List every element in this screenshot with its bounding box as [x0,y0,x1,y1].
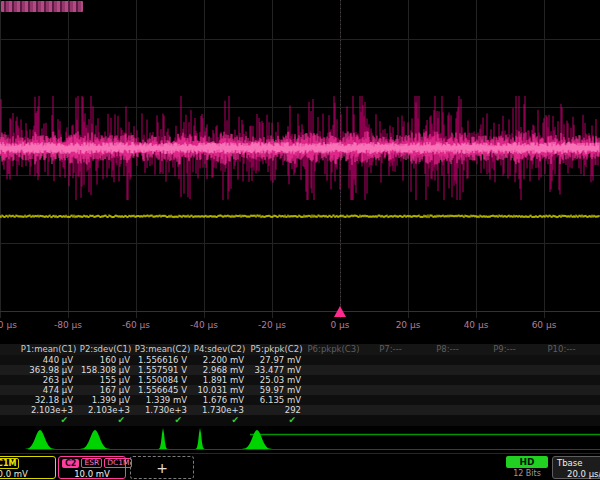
measure-value-cell: 1.556645 V [134,385,191,395]
time-tick-label: 60 µs [532,320,557,330]
measure-value-cell: 1.339 mV [134,395,191,405]
histicon-p2[interactable] [79,430,111,449]
plus-icon: + [131,459,193,477]
measure-param-header-3[interactable]: P3:mean(C2) [134,344,191,355]
measure-value-cell: 1.550084 V [134,375,191,385]
measure-status-check-icon: ✔ [77,415,134,426]
measure-status-check-icon: ✔ [191,415,248,426]
measure-value-cell: 158.308 µV [77,365,134,375]
measure-value-cell: 167 µV [77,385,134,395]
measure-value-cell: 59.97 mV [248,385,305,395]
add-new-trace-button[interactable]: + [130,456,194,479]
measure-value-cell: 6.135 mV [248,395,305,405]
time-tick-label: -80 µs [54,320,82,330]
measure-value-cell: 292 [248,405,305,415]
measure-param-header-9[interactable]: P9:--- [476,344,533,355]
channel-c1-descriptor[interactable]: C1 DC1M 10.0 mV [0,456,56,479]
tbase-scale-value: 20.0 µs/div [567,469,600,479]
histicon-p4[interactable] [194,428,206,449]
measure-stat-row: 363.98 µV158.308 µV1.557591 V2.968 mV33.… [0,365,600,375]
measure-param-header-8[interactable]: P8:--- [419,344,476,355]
measure-param-header-5[interactable]: P5:pkpk(C2) [248,344,305,355]
histicon-p1[interactable] [24,430,56,449]
measure-value-cell: 160 µV [77,355,134,365]
measure-header-row: P1:mean(C1)P2:sdev(C1)P3:mean(C2)P4:sdev… [0,344,600,355]
time-tick-label: -100 µs [0,320,17,330]
histicon-shape [194,428,206,449]
measure-stat-row: 440 µV160 µV1.556616 V2.200 mV27.97 mV [0,355,600,365]
tbase-label: Tbase [557,458,582,468]
measure-value-cell: 1.730e+3 [134,405,191,415]
measure-value-cell: 155 µV [77,375,134,385]
measure-value-cell: 2.968 mV [191,365,248,375]
time-tick-label: 40 µs [464,320,489,330]
measure-value-cell: 32.18 µV [20,395,77,405]
measure-value-cell: 2.103e+3 [77,405,134,415]
measure-param-header-7[interactable]: P7:--- [362,344,419,355]
measure-param-header-11[interactable]: P11:--- [590,344,600,355]
measure-param-header-4[interactable]: P4:sdev(C2) [191,344,248,355]
measure-status-row: ✔✔✔✔✔ [0,415,600,426]
measure-value-cell: 2.200 mV [191,355,248,365]
c2-vdiv-value: 10.0 mV [59,469,125,479]
c2-badge-esr: ESR [81,458,102,468]
time-tick-label: -60 µs [122,320,150,330]
histicon-shape [24,430,56,449]
waveform-grid-area [0,0,600,318]
histicon-p3[interactable] [157,428,169,449]
waveform-plot [0,0,600,318]
measure-status-check-icon: ✔ [248,415,305,426]
time-tick-label: 0 µs [330,320,349,330]
measure-stat-row: 474 µV167 µV1.556645 V10.031 mV59.97 mV [0,385,600,395]
time-tick-label: -40 µs [190,320,218,330]
measure-value-cell: 10.031 mV [191,385,248,395]
c2-badge-dc1m: DC1M [104,458,132,468]
histicon-shape [157,428,169,449]
measure-stat-row: 263 µV155 µV1.550084 V1.891 mV25.03 mV [0,375,600,385]
measure-value-cell: 1.730e+3 [191,405,248,415]
histicon-shape [241,430,273,449]
measure-value-cell: 440 µV [20,355,77,365]
time-tick-label: -20 µs [258,320,286,330]
measure-stat-row: 2.103e+32.103e+31.730e+31.730e+3292 [0,405,600,415]
histicon-shape [79,430,111,449]
measure-status-check-icon: ✔ [20,415,77,426]
histicon-p5[interactable] [241,430,273,449]
measure-value-cell: 27.97 mV [248,355,305,365]
measure-value-cell: 363.98 µV [20,365,77,375]
timebase-descriptor[interactable]: Tbase 0 µs 20.0 µs/div [552,456,600,479]
measure-value-cell: 474 µV [20,385,77,395]
histicon-strip [0,426,600,453]
measure-value-cell: 1.556616 V [134,355,191,365]
c1-trace [0,215,599,219]
c1-vdiv-value: 10.0 mV [0,469,55,479]
hd-mode-badge[interactable]: HD [506,456,548,468]
measure-stat-row: 32.18 µV1.399 µV1.339 mV1.676 mV6.135 mV [0,395,600,405]
channel-c2-descriptor[interactable]: C2 ESRDC1M 10.0 mV [58,456,126,479]
time-axis: -100 µs-80 µs-60 µs-40 µs-20 µs0 µs20 µs… [0,318,600,334]
measure-param-header-1[interactable]: P1:mean(C1) [20,344,77,355]
measure-value-cell: 263 µV [20,375,77,385]
c2-label: C2 [62,459,79,468]
measure-value-cell: 1.676 mV [191,395,248,405]
measure-value-cell: 1.399 µV [77,395,134,405]
time-tick-label: 20 µs [396,320,421,330]
measurement-table: P1:mean(C1)P2:sdev(C1)P3:mean(C2)P4:sdev… [0,344,600,426]
measure-value-cell: 1.557591 V [134,365,191,375]
measure-value-cell: 2.103e+3 [20,405,77,415]
bottom-toolbar: C1 DC1M 10.0 mV C2 ESRDC1M 10.0 mV + HD … [0,453,600,480]
measure-value-cell: 33.477 mV [248,365,305,375]
top-left-trace-label [1,1,83,12]
measure-param-header-2[interactable]: P2:sdev(C1) [77,344,134,355]
adc-bits-label: 12 Bits [506,469,548,478]
measure-param-header-10[interactable]: P10:--- [533,344,590,355]
measure-status-check-icon: ✔ [134,415,191,426]
measure-value-cell: 25.03 mV [248,375,305,385]
measure-value-cell: 1.891 mV [191,375,248,385]
measure-param-header-6[interactable]: P6:pkpk(C3) [305,344,362,355]
c1-coupling-badge: DC1M [0,458,19,469]
